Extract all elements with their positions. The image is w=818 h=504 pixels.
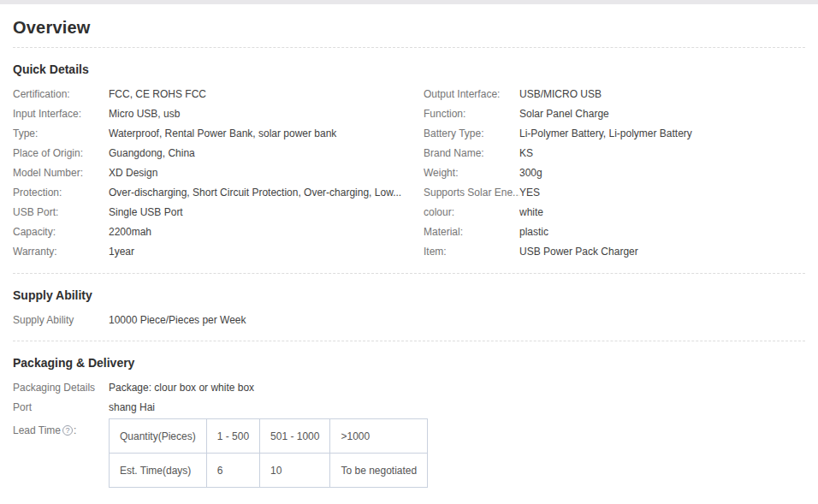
product-overview-page: Overview Quick Details Certification:FCC… [0, 18, 818, 488]
supply-ability-value: 10000 Piece/Pieces per Week [109, 311, 253, 330]
quick-detail-row: Warranty:1year [13, 242, 424, 262]
lead-time-table-body: Quantity(Pieces)1 - 500501 - 1000>1000Es… [110, 419, 428, 488]
quick-detail-row: Input Interface:Micro USB, usb [13, 104, 424, 124]
quick-detail-value: plastic [519, 222, 555, 242]
quick-detail-label: Item: [424, 242, 519, 262]
lead-time-table-cell: To be negotiated [330, 454, 428, 488]
quick-detail-value: XD Design [109, 163, 164, 183]
top-divider-bar [0, 0, 818, 4]
quick-detail-label: Brand Name: [424, 144, 519, 163]
quick-detail-row: Model Number:XD Design [13, 163, 424, 183]
packaging-detail-row: Portshang Hai [13, 398, 805, 418]
packaging-detail-label: Packaging Details [13, 378, 109, 398]
lead-time-label-colon: : [74, 424, 76, 436]
quick-detail-label: Protection: [13, 183, 109, 203]
quick-detail-row: Type:Waterproof, Rental Power Bank, sola… [13, 124, 424, 144]
quick-detail-value: YES [519, 183, 547, 203]
supply-ability-rows: Supply Ability10000 Piece/Pieces per Wee… [13, 311, 805, 330]
packaging-delivery-rows: Packaging DetailsPackage: clour box or w… [13, 378, 805, 418]
lead-time-label-text: Lead Time [13, 424, 61, 436]
quick-detail-value: 1year [109, 242, 141, 262]
quick-detail-value: USB/MICRO USB [519, 85, 608, 104]
lead-time-table-cell: 1 - 500 [206, 419, 259, 454]
packaging-detail-row: Packaging DetailsPackage: clour box or w… [13, 378, 805, 398]
quick-detail-row: Material:plastic [424, 222, 805, 242]
quick-detail-label: Model Number: [13, 163, 109, 183]
supply-ability-row: Supply Ability10000 Piece/Pieces per Wee… [13, 311, 805, 330]
quick-detail-value: white [519, 203, 550, 222]
lead-time-table-cell: 6 [206, 454, 259, 488]
quick-detail-label: Warranty: [13, 242, 109, 262]
packaging-detail-value: shang Hai [109, 398, 162, 418]
quick-detail-label: Type: [13, 124, 109, 144]
packaging-detail-label: Port [13, 398, 109, 418]
packaging-delivery-heading: Packaging & Delivery [13, 356, 805, 371]
quick-detail-row: USB Port:Single USB Port [13, 203, 424, 222]
quick-detail-value: Solar Panel Charge [519, 104, 616, 124]
quick-detail-row: Item:USB Power Pack Charger [424, 242, 805, 262]
quick-detail-value: USB Power Pack Charger [519, 242, 645, 262]
page-title: Overview [13, 18, 805, 37]
quick-detail-value: Li-Polymer Battery, Li-polymer Battery [519, 124, 699, 144]
quick-detail-value: FCC, CE ROHS FCC [109, 85, 213, 104]
quick-detail-value: Micro USB, usb [109, 104, 187, 124]
lead-time-block: Lead Time?: Quantity(Pieces)1 - 500501 -… [13, 418, 805, 488]
section-divider [13, 47, 805, 48]
lead-time-table-cell: 501 - 1000 [260, 419, 330, 454]
quick-detail-label: colour: [424, 203, 519, 222]
lead-time-table-row: Est. Time(days)610To be negotiated [110, 454, 428, 488]
quick-detail-row: Weight:300g [424, 163, 805, 183]
supply-ability-label: Supply Ability [13, 311, 109, 330]
quick-detail-row: Protection:Over-discharging, Short Circu… [13, 183, 424, 203]
quick-detail-label: Weight: [424, 163, 519, 183]
quick-details-heading: Quick Details [13, 62, 805, 77]
lead-time-label: Lead Time?: [13, 418, 109, 436]
quick-detail-row: Function:Solar Panel Charge [424, 104, 805, 124]
quick-detail-value: 300g [519, 163, 549, 183]
quick-detail-row: Supports Solar Ene...YES [424, 183, 805, 203]
lead-time-table-cell: >1000 [330, 419, 428, 454]
quick-detail-row: Brand Name:KS [424, 144, 805, 163]
quick-detail-row: Certification:FCC, CE ROHS FCC [13, 85, 424, 104]
lead-time-table-cell: 10 [260, 454, 330, 488]
supply-ability-heading: Supply Ability [13, 288, 805, 303]
quick-detail-label: Place of Origin: [13, 144, 109, 163]
lead-time-table: Quantity(Pieces)1 - 500501 - 1000>1000Es… [109, 418, 428, 488]
quick-detail-value: Guangdong, China [109, 144, 202, 163]
quick-detail-value: Over-discharging, Short Circuit Protecti… [109, 183, 408, 203]
quick-detail-label: Material: [424, 222, 519, 242]
quick-detail-label: Function: [424, 104, 519, 124]
quick-detail-row: Place of Origin:Guangdong, China [13, 144, 424, 163]
section-divider [13, 341, 805, 341]
supply-ability-section: Supply Ability Supply Ability10000 Piece… [13, 288, 805, 330]
quick-details-left-column: Certification:FCC, CE ROHS FCCInput Inte… [13, 85, 424, 262]
quick-detail-value: Waterproof, Rental Power Bank, solar pow… [109, 124, 343, 144]
quick-detail-row: Output Interface:USB/MICRO USB [424, 85, 805, 104]
lead-time-table-cell: Est. Time(days) [110, 454, 207, 488]
quick-detail-label: Battery Type: [424, 124, 519, 144]
packaging-delivery-section: Packaging & Delivery Packaging DetailsPa… [13, 356, 805, 488]
quick-detail-label: Supports Solar Ene... [424, 183, 519, 203]
quick-details-right-column: Output Interface:USB/MICRO USBFunction:S… [424, 85, 805, 262]
question-mark-help-icon[interactable]: ? [62, 425, 73, 436]
quick-detail-row: Battery Type:Li-Polymer Battery, Li-poly… [424, 124, 805, 144]
lead-time-table-row: Quantity(Pieces)1 - 500501 - 1000>1000 [110, 419, 428, 454]
quick-detail-row: Capacity:2200mah [13, 222, 424, 242]
packaging-detail-value: Package: clour box or white box [109, 378, 261, 398]
quick-detail-label: Output Interface: [424, 85, 519, 104]
quick-detail-value: Single USB Port [109, 203, 190, 222]
lead-time-table-cell: Quantity(Pieces) [110, 419, 207, 454]
quick-details-section: Quick Details Certification:FCC, CE ROHS… [13, 62, 805, 262]
quick-detail-label: Capacity: [13, 222, 109, 242]
quick-detail-value: KS [519, 144, 540, 163]
quick-detail-value: 2200mah [109, 222, 158, 242]
quick-detail-row: colour:white [424, 203, 805, 222]
quick-detail-label: Input Interface: [13, 104, 109, 124]
quick-detail-label: USB Port: [13, 203, 109, 222]
section-divider [13, 273, 805, 274]
quick-detail-label: Certification: [13, 85, 109, 104]
quick-details-grid: Certification:FCC, CE ROHS FCCInput Inte… [13, 85, 805, 262]
